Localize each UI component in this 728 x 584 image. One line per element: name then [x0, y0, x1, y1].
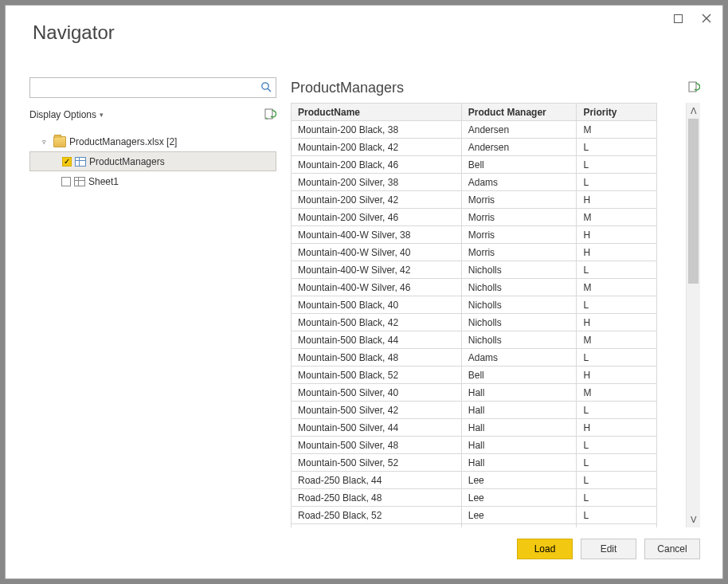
table-cell: Mountain-200 Silver, 42 — [292, 191, 462, 209]
dialog-footer: Load Edit Cancel — [6, 527, 722, 578]
table-row[interactable]: Mountain-400-W Silver, 40MorrisH — [292, 244, 657, 261]
edit-button[interactable]: Edit — [581, 539, 636, 559]
table-cell: Lee — [461, 507, 577, 524]
table-icon — [75, 157, 86, 167]
table-cell: H — [577, 191, 657, 209]
maximize-icon — [674, 14, 683, 23]
table-row[interactable]: Mountain-400-W Silver, 46NichollsM — [292, 279, 657, 296]
tree-root-file[interactable]: ▿ ProductManagers.xlsx [2] — [29, 131, 276, 151]
table-cell: Adams — [461, 349, 577, 366]
search-box[interactable] — [29, 77, 276, 98]
content-area: Display Options ▾ ▿ ProductManager — [6, 31, 722, 527]
search-input[interactable] — [30, 82, 256, 93]
close-button[interactable] — [699, 10, 714, 26]
table-row[interactable]: Mountain-200 Silver, 46MorrisM — [292, 209, 657, 226]
scroll-up-arrow[interactable]: ᐱ — [687, 103, 700, 119]
table-row[interactable]: Mountain-500 Silver, 40HallM — [292, 384, 657, 402]
table-row[interactable]: Road-250 Black, 52LeeL — [292, 507, 657, 524]
table-row[interactable]: Mountain-500 Silver, 42HallL — [292, 402, 657, 419]
table-row[interactable]: Mountain-500 Black, 52BellH — [292, 366, 657, 384]
table-cell: Road-250 Black, 44 — [292, 472, 462, 489]
table-row[interactable]: Mountain-500 Black, 44NichollsM — [292, 331, 657, 349]
table-cell: H — [577, 244, 657, 261]
table-cell: L — [577, 349, 657, 366]
expander-icon[interactable]: ▿ — [42, 138, 50, 146]
table-wrap: ProductNameProduct ManagerPriority Mount… — [291, 103, 700, 527]
table-cell: Nicholls — [461, 314, 577, 331]
close-icon — [702, 14, 711, 23]
table-cell: Mountain-500 Black, 40 — [292, 296, 462, 314]
table-cell: M — [577, 209, 657, 226]
table-cell: L — [577, 437, 657, 454]
table-row[interactable]: Mountain-500 Black, 48AdamsL — [292, 349, 657, 366]
table-cell: L — [577, 402, 657, 419]
table-row[interactable]: Mountain-500 Silver, 48HallL — [292, 437, 657, 454]
chevron-down-icon: ▾ — [100, 111, 104, 119]
checkbox[interactable]: ✓ — [62, 157, 72, 167]
table-cell: Mountain-500 Black, 44 — [292, 331, 462, 349]
table-cell: M — [577, 121, 657, 139]
navigator-dialog: Navigator Display Options ▾ — [5, 5, 723, 579]
table-row[interactable]: Mountain-500 Silver, 52HallL — [292, 454, 657, 472]
dialog-title: Navigator — [33, 22, 115, 44]
load-button[interactable]: Load — [517, 539, 573, 559]
table-cell: Mountain-400-W Silver, 40 — [292, 244, 462, 261]
scroll-down-arrow[interactable]: ᐯ — [687, 511, 700, 527]
table-cell: Hall — [461, 437, 577, 454]
table-cell: Morris — [461, 209, 577, 226]
checkbox[interactable] — [61, 177, 71, 186]
table-row[interactable]: Mountain-400-W Silver, 38MorrisH — [292, 226, 657, 244]
table-cell: L — [577, 296, 657, 314]
table-cell: Road-250 Black, 52 — [292, 507, 462, 524]
vertical-scrollbar[interactable]: ᐱ ᐯ — [686, 103, 700, 527]
table-cell: Mountain-500 Silver, 44 — [292, 419, 462, 437]
table-cell: Nicholls — [461, 331, 577, 349]
table-cell: Mountain-500 Black, 42 — [292, 314, 462, 331]
table-cell: Adams — [461, 174, 577, 191]
table-cell: Morris — [461, 244, 577, 261]
table-row[interactable]: Mountain-200 Black, 42AndersenL — [292, 139, 657, 156]
refresh-icon[interactable] — [264, 108, 276, 121]
table-header-row: ProductNameProduct ManagerPriority — [292, 104, 657, 121]
maximize-button[interactable] — [670, 10, 686, 26]
table-cell: L — [577, 507, 657, 524]
table-row[interactable]: Mountain-400-W Silver, 42NichollsL — [292, 261, 657, 279]
table-cell: Mountain-500 Silver, 52 — [292, 454, 462, 472]
table-scroll: ProductNameProduct ManagerPriority Mount… — [291, 103, 678, 527]
table-cell: M — [577, 384, 657, 402]
table-cell: Hall — [461, 419, 577, 437]
search-icon[interactable] — [256, 81, 276, 95]
tree-item-sheet1[interactable]: Sheet1 — [29, 171, 276, 191]
column-header[interactable]: ProductName — [292, 104, 462, 121]
table-cell: Mountain-500 Silver, 40 — [292, 384, 462, 402]
table-row[interactable]: Mountain-500 Silver, 44HallH — [292, 419, 657, 437]
table-cell: Morris — [461, 226, 577, 244]
table-row[interactable]: Mountain-500 Black, 40NichollsL — [292, 296, 657, 314]
table-row[interactable]: Mountain-500 Black, 42NichollsH — [292, 314, 657, 331]
tree-item-productmanagers[interactable]: ✓ProductManagers — [29, 151, 276, 171]
table-cell: Nicholls — [461, 296, 577, 314]
table-row[interactable]: Mountain-200 Silver, 42MorrisH — [292, 191, 657, 209]
table-cell: Mountain-500 Black, 52 — [292, 366, 462, 384]
table-cell: Mountain-500 Silver, 48 — [292, 437, 462, 454]
column-header[interactable]: Priority — [577, 104, 657, 121]
table-cell: Mountain-400-W Silver, 38 — [292, 226, 462, 244]
table-body: Mountain-200 Black, 38AndersenMMountain-… — [292, 121, 657, 528]
display-options-dropdown[interactable]: Display Options ▾ — [29, 109, 104, 120]
display-options-label: Display Options — [29, 109, 96, 120]
column-header[interactable]: Product Manager — [461, 104, 577, 121]
preview-refresh-icon[interactable] — [687, 81, 700, 94]
table-icon — [74, 177, 85, 186]
table-cell: H — [577, 366, 657, 384]
table-cell: H — [577, 314, 657, 331]
table-row[interactable]: Mountain-200 Black, 38AndersenM — [292, 121, 657, 139]
scroll-track[interactable] — [687, 119, 700, 511]
table-row[interactable]: Mountain-200 Black, 46BellL — [292, 156, 657, 174]
table-row[interactable]: Road-250 Black, 48LeeL — [292, 489, 657, 507]
preview-header: ProductManagers — [291, 77, 700, 98]
table-cell: Mountain-200 Silver, 38 — [292, 174, 462, 191]
scroll-thumb[interactable] — [688, 119, 699, 284]
table-row[interactable]: Road-250 Black, 44LeeL — [292, 472, 657, 489]
table-row[interactable]: Mountain-200 Silver, 38AdamsL — [292, 174, 657, 191]
cancel-button[interactable]: Cancel — [644, 539, 700, 559]
